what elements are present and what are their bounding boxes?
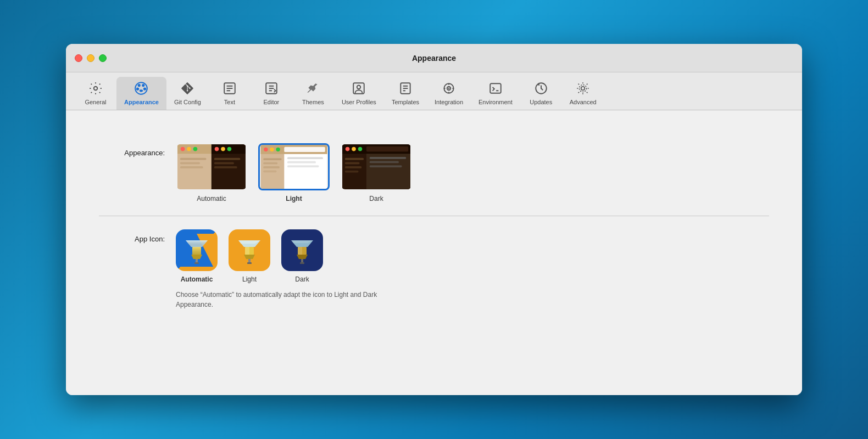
advanced-icon: [575, 80, 591, 97]
appearance-option-automatic[interactable]: Automatic: [176, 143, 247, 202]
appearance-preview-dark: [341, 143, 412, 190]
svg-rect-49: [263, 162, 277, 165]
tab-editor[interactable]: Editor: [251, 77, 292, 110]
svg-point-19: [448, 88, 449, 88]
tab-themes[interactable]: Themes: [292, 77, 334, 110]
svg-point-12: [357, 86, 361, 89]
minimize-button[interactable]: [87, 54, 94, 62]
tab-integration[interactable]: Integration: [427, 77, 471, 110]
svg-rect-39: [214, 166, 237, 168]
tab-general[interactable]: General: [75, 77, 116, 110]
content-area: Appearance:: [66, 110, 802, 395]
svg-rect-61: [366, 154, 410, 189]
tab-appearance[interactable]: Appearance: [116, 77, 166, 110]
app-icon-option-dark[interactable]: Dark: [281, 229, 323, 283]
svg-rect-78: [196, 259, 198, 262]
app-icon-options: Automatic: [176, 229, 396, 283]
svg-rect-76: [192, 247, 201, 255]
appearance-row-label: Appearance:: [99, 143, 176, 157]
svg-rect-35: [180, 162, 200, 164]
appearance-options: Automatic: [176, 143, 412, 202]
app-icon-row-content: Automatic: [176, 229, 396, 309]
svg-rect-94: [300, 262, 304, 264]
close-button[interactable]: [75, 54, 82, 62]
svg-rect-79: [194, 262, 199, 264]
traffic-lights: [75, 54, 107, 62]
tab-git-config[interactable]: Git Config: [166, 77, 209, 110]
app-icon-dark: [281, 229, 323, 271]
svg-rect-20: [490, 83, 501, 93]
app-icon-label-dark: Dark: [295, 275, 309, 283]
pin-icon: [305, 80, 321, 97]
svg-point-3: [143, 85, 144, 86]
app-icon-option-light[interactable]: Light: [229, 229, 270, 283]
svg-rect-60: [366, 147, 408, 152]
tab-editor-label: Editor: [264, 99, 280, 105]
titlebar: Appearance: [66, 44, 802, 72]
svg-point-45: [276, 148, 280, 151]
svg-rect-85: [248, 259, 251, 262]
appearance-option-dark[interactable]: Dark: [341, 143, 412, 202]
svg-point-33: [227, 147, 232, 151]
svg-point-0: [94, 87, 98, 91]
appearance-option-light[interactable]: Light: [258, 143, 330, 202]
tab-text[interactable]: Text: [209, 77, 251, 110]
tab-templates[interactable]: Templates: [384, 77, 427, 110]
svg-rect-52: [287, 157, 323, 159]
integration-icon: [441, 80, 457, 97]
git-icon: [179, 80, 196, 97]
templates-icon: [397, 80, 414, 97]
tab-updates[interactable]: Updates: [520, 77, 562, 110]
tab-user-profiles[interactable]: User Profiles: [334, 77, 384, 110]
svg-rect-51: [263, 171, 276, 173]
maximize-button[interactable]: [99, 54, 107, 62]
tab-environment-label: Environment: [478, 99, 513, 105]
svg-rect-64: [345, 166, 362, 168]
svg-rect-62: [345, 158, 364, 160]
svg-point-57: [346, 147, 350, 151]
svg-rect-63: [345, 162, 360, 164]
svg-point-27: [181, 147, 185, 151]
svg-rect-38: [214, 162, 234, 164]
svg-point-5: [144, 88, 146, 89]
user-icon: [350, 80, 367, 97]
svg-rect-50: [263, 166, 280, 168]
editor-icon: [263, 80, 280, 97]
svg-point-44: [270, 148, 274, 151]
app-icon-option-automatic[interactable]: Automatic: [176, 229, 218, 283]
appearance-preview-light: [258, 143, 330, 190]
svg-rect-93: [301, 259, 303, 262]
svg-rect-46: [284, 147, 325, 152]
appearance-preview-automatic: [176, 143, 247, 190]
svg-point-22: [581, 87, 585, 91]
app-icon-label-light: Light: [242, 275, 257, 283]
svg-rect-48: [263, 158, 281, 160]
app-icon-automatic: [176, 229, 218, 271]
svg-rect-67: [370, 161, 399, 164]
svg-rect-54: [287, 165, 319, 167]
tab-updates-label: Updates: [530, 99, 552, 105]
text-icon: [221, 80, 238, 97]
svg-point-23: [580, 85, 587, 92]
appearance-row-content: Automatic: [176, 143, 412, 202]
tab-themes-label: Themes: [302, 99, 324, 105]
svg-point-32: [221, 147, 225, 151]
svg-rect-47: [284, 154, 327, 189]
appearance-row: Appearance:: [99, 130, 769, 216]
svg-point-4: [137, 88, 138, 89]
svg-rect-68: [370, 165, 402, 167]
toolbar: General Appearance Git Co: [66, 72, 802, 110]
app-icon-row: App Icon:: [99, 216, 769, 323]
tab-git-config-label: Git Config: [174, 99, 201, 105]
tab-environment[interactable]: Environment: [471, 77, 520, 110]
tab-advanced[interactable]: Advanced: [562, 77, 604, 110]
app-icon-row-label: App Icon:: [99, 229, 176, 243]
svg-rect-91: [298, 247, 302, 255]
svg-point-58: [352, 147, 356, 151]
svg-rect-65: [345, 171, 359, 173]
gear-icon: [87, 80, 104, 97]
svg-point-59: [358, 147, 363, 151]
svg-point-29: [193, 147, 198, 151]
tab-general-label: General: [85, 99, 106, 105]
hint-text: Choose “Automatic” to automatically adap…: [176, 290, 396, 309]
